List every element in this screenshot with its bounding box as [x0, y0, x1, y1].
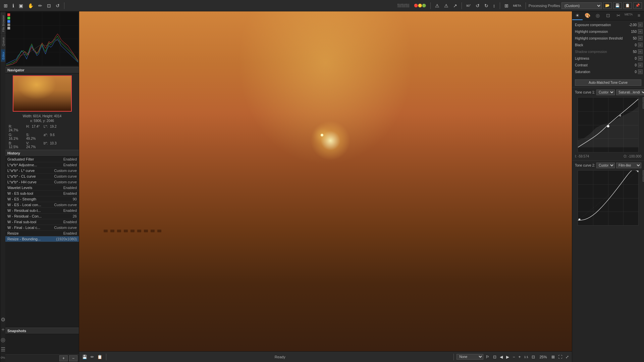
toolbar-flip2-btn[interactable]: ↕ [491, 2, 497, 9]
toolbar-pencil-btn[interactable]: ✏ [37, 2, 44, 9]
snapshots-area [5, 334, 79, 354]
history-item[interactable]: W - Residual sub-t...Enabled [5, 208, 79, 214]
rp-tab-meta[interactable]: META [624, 11, 634, 20]
profile-load-btn[interactable]: 📂 [603, 2, 612, 9]
tc2-copy-btn[interactable]: ⊕ [643, 176, 644, 182]
history-item[interactable]: W - ES - Local con...Custom curve [5, 202, 79, 208]
sep3 [462, 2, 462, 9]
profile-select[interactable]: (Custom) [561, 2, 602, 9]
history-item[interactable]: W - Final sub-toolEnabled [5, 219, 79, 225]
zoom-100-btn[interactable]: 1:1 [523, 355, 529, 359]
slider-minus-1[interactable]: − [638, 29, 643, 34]
toolbar-fliph-btn[interactable]: ↺ [474, 2, 481, 9]
history-item[interactable]: W - ES - Strength90 [5, 196, 79, 202]
history-item[interactable]: ResizeEnabled [5, 231, 79, 236]
history-list[interactable]: Graduated FilterEnabledL*a*b* Adjustme..… [5, 157, 79, 327]
history-item[interactable]: Wavelet LevelsEnabled [5, 185, 79, 191]
toolbar-expand-btn[interactable]: ⊞ [2, 2, 9, 9]
fit-mode-select[interactable]: None [457, 354, 483, 360]
history-item[interactable]: Resize - Bounding...(644x362) [5, 236, 79, 242]
right-panel: ☀ 🎨 ◎ ⊡ ✂ META ≡ Exposure compensation -… [572, 11, 644, 362]
rp-tab-batch[interactable]: ≡ [634, 11, 644, 20]
toolbar-hand-btn[interactable]: ✋ [26, 2, 35, 9]
save-btn[interactable]: 💾 [81, 354, 88, 360]
profile-copy-btn[interactable]: 📋 [623, 2, 632, 9]
tc2-type-select[interactable]: Custom Linear [596, 163, 615, 168]
toolbar-dots-btn[interactable]: 🔴🟡🟢 [412, 3, 428, 8]
history-item[interactable]: W - Residual - Con...26 [5, 214, 79, 219]
auto-tone-btn[interactable]: Auto-Matched Tone Curve [575, 79, 641, 86]
zoom-max-btn[interactable]: ⤢ [565, 354, 570, 360]
slider-minus-6[interactable]: − [638, 63, 643, 67]
toolbar-warn2-btn[interactable]: ⚠ [442, 2, 450, 9]
toolbar-warn1-btn[interactable]: ⚠ [433, 2, 441, 9]
sliders-section: Exposure compensation -2.00 − + Highligh… [572, 20, 644, 78]
slider-label-3: Black [575, 43, 625, 47]
tc1-label: Tone curve 1: [575, 90, 595, 94]
tc2-canvas[interactable] [578, 170, 639, 226]
toolbar-display-btn[interactable]: ▣ [17, 2, 25, 9]
navigator-header: Navigator [5, 67, 79, 73]
zoom-flag-btn[interactable]: 🏳 [485, 354, 491, 360]
sep-status [106, 354, 106, 360]
snapshot-add-btn[interactable]: + [59, 355, 68, 361]
zoom-full-btn[interactable]: ⛶ [557, 354, 563, 360]
history-item[interactable]: Graduated FilterEnabled [5, 157, 79, 162]
rp-tab-exposure[interactable]: ☀ [572, 11, 583, 20]
rp-tab-raw[interactable]: ✂ [613, 11, 624, 20]
toolbar-arrow-btn[interactable]: ↗ [451, 2, 459, 9]
rp-tab-color[interactable]: 🎨 [583, 11, 593, 20]
history-item[interactable]: L*a*b* Adjustme...Enabled [5, 162, 79, 168]
tc1-copy-btn[interactable]: ⊕ [643, 103, 644, 109]
queue-btn[interactable]: 📋 [96, 354, 103, 360]
tc1-channel-select[interactable]: Saturati...lending [616, 89, 644, 95]
tc1-type-select[interactable]: Custom Linear Parametric [596, 89, 615, 95]
svg-rect-7 [7, 13, 10, 16]
rp-tab-detail[interactable]: ◎ [593, 11, 603, 20]
history-item[interactable]: L*a*b* - HH curveCustom curve [5, 179, 79, 185]
tc2-channel-select[interactable]: Film-like [616, 163, 641, 168]
side-tab-filebrowser[interactable]: File Browser [1, 13, 5, 34]
haybale-3 [117, 230, 121, 232]
toolbar-grid-btn[interactable]: ⊞ [503, 2, 510, 9]
slider-minus-0[interactable]: − [638, 22, 643, 27]
edit-btn[interactable]: ✏ [90, 354, 95, 360]
tc2-edit-btn[interactable]: ✏ [643, 170, 644, 176]
slider-minus-2[interactable]: − [638, 36, 643, 41]
zoom-in-btn[interactable]: + [517, 354, 522, 360]
tc1-canvas[interactable] [578, 97, 639, 153]
history-item[interactable]: L*a*b* - L* curveCustom curve [5, 168, 79, 174]
side-tab-queue[interactable]: Queue [1, 35, 5, 49]
zoom-fit-btn[interactable]: ⊡ [531, 354, 536, 360]
image-viewport[interactable] [79, 11, 572, 351]
toolbar-flipv-btn[interactable]: ↻ [483, 2, 490, 9]
rp-tab-transform[interactable]: ⊡ [603, 11, 613, 20]
slider-minus-5[interactable]: − [638, 56, 643, 61]
history-item[interactable]: W - Final - Local c...Custom curve [5, 225, 79, 231]
toolbar-rotate-btn[interactable]: ↺ [54, 2, 61, 9]
zoom-crop-btn[interactable]: ⊡ [492, 354, 497, 360]
history-item[interactable]: L*a*b* - CL curveCustom curve [5, 174, 79, 179]
toolbar-crop-btn[interactable]: ⊡ [45, 2, 53, 9]
haybale-9 [157, 230, 161, 232]
toolbar-info-btn[interactable]: ℹ [11, 2, 16, 9]
zoom-right-btn[interactable]: ▶ [505, 354, 510, 360]
slider-minus-3[interactable]: − [638, 43, 643, 47]
profile-save-btn[interactable]: 💾 [613, 2, 622, 9]
toolbar-color-btn[interactable]: ⬛⬛⬛ [395, 3, 411, 8]
slider-minus-4[interactable]: − [638, 49, 643, 54]
toolbar-rot90-btn[interactable]: 90° [465, 3, 473, 8]
slider-value-7: 0 [627, 70, 637, 74]
zoom-out-btn[interactable]: − [512, 354, 516, 360]
toolbar-meta-btn[interactable]: META [512, 3, 523, 8]
profile-paste-btn[interactable]: 📌 [633, 2, 642, 9]
zoom-left-btn[interactable]: ◀ [499, 354, 504, 360]
history-item[interactable]: W - ES sub-toolEnabled [5, 191, 79, 196]
zoom-select-btn[interactable]: ⊠ [550, 354, 556, 360]
slider-minus-7[interactable]: − [638, 69, 643, 74]
tc1-edit-btn[interactable]: ✏ [643, 97, 644, 103]
tc1-curve-svg [578, 98, 638, 147]
side-tab-editor[interactable]: Editor [1, 49, 5, 62]
snapshot-remove-btn[interactable]: − [69, 355, 77, 361]
navigator-thumbnail[interactable] [13, 75, 72, 112]
